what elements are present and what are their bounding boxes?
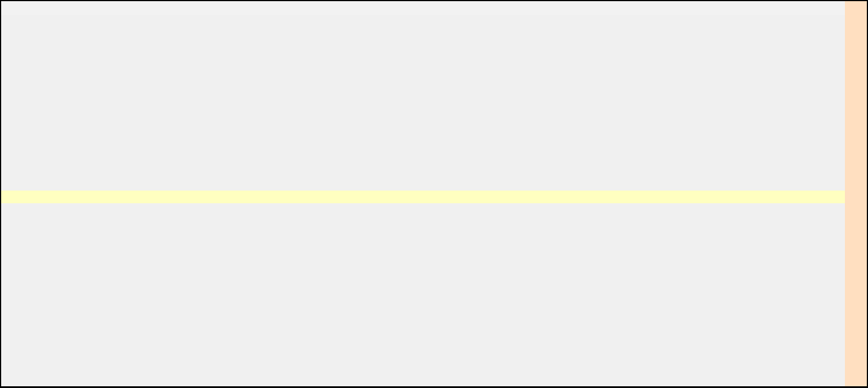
rcp-label	[1, 15, 12, 191]
frequency-scale	[845, 1, 867, 386]
spectrogram-panel-lcp	[12, 203, 844, 376]
lcp-label	[1, 203, 12, 376]
title-bar	[1, 1, 848, 15]
window-content	[1, 1, 867, 386]
spectrogram-window	[0, 0, 868, 388]
time-axis	[1, 191, 845, 203]
spectrogram-panel-rcp	[12, 15, 844, 191]
